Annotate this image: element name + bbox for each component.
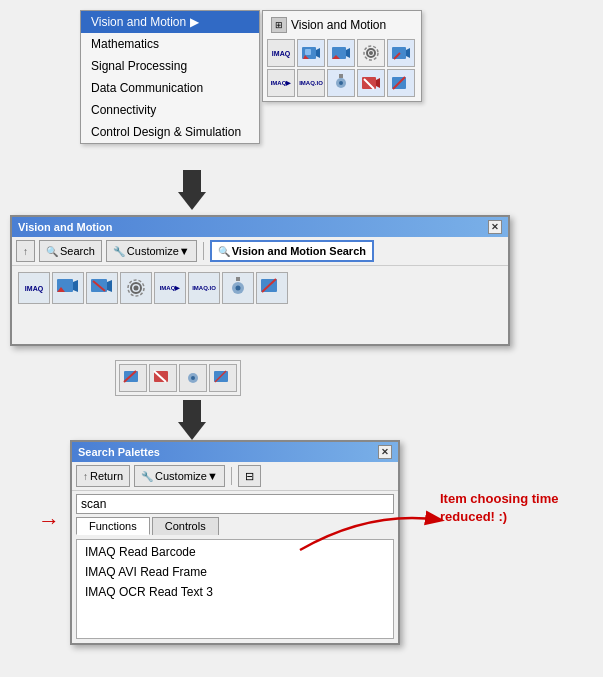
menu-dropdown: Vision and Motion Mathematics Signal Pro…	[80, 10, 260, 144]
svg-rect-2	[305, 49, 311, 55]
vm-window-title: Vision and Motion	[18, 221, 113, 233]
strip-icon-3[interactable]	[179, 364, 207, 392]
search-toolbar-separator	[231, 467, 232, 485]
tab-controls[interactable]: Controls	[152, 517, 219, 535]
tab-functions[interactable]: Functions	[76, 517, 150, 535]
svg-marker-11	[406, 48, 410, 58]
menu-item-mathematics[interactable]: Mathematics	[81, 33, 259, 55]
search-result-2[interactable]: IMAQ AVI Read Frame	[77, 562, 393, 582]
vision-icon-grid: IMAQ	[267, 39, 417, 97]
close-icon: ✕	[491, 222, 499, 232]
customize-label: Customize▼	[127, 245, 190, 257]
vm-icon-1[interactable]	[52, 272, 84, 304]
arrow-head-1	[178, 192, 206, 210]
return-icon: ↑	[83, 471, 88, 482]
icon-imaq-1[interactable]: IMAQ	[267, 39, 295, 67]
icon-cam-1[interactable]	[297, 39, 325, 67]
menu-item-control[interactable]: Control Design & Simulation	[81, 121, 259, 143]
vm-icon-imaq2[interactable]: IMAQ▶	[154, 272, 186, 304]
strip-icon-1[interactable]	[119, 364, 147, 392]
search-window-title: Search Palettes	[78, 446, 160, 458]
search-return-btn[interactable]: ↑ Return	[76, 465, 130, 487]
search-customize-icon: 🔧	[141, 471, 153, 482]
search-extra-icon: ⊟	[245, 470, 254, 483]
search-label: Search	[60, 245, 95, 257]
toolbar-search-btn[interactable]: 🔍 Search	[39, 240, 102, 262]
icon-imaq-2[interactable]: IMAQ▶	[267, 69, 295, 97]
search-result-1[interactable]: IMAQ Read Barcode	[77, 542, 393, 562]
search-window-close[interactable]: ✕	[378, 445, 392, 459]
svg-point-14	[339, 81, 343, 85]
toolbar-active-search-btn[interactable]: 🔍 Vision and Motion Search	[210, 240, 374, 262]
icon-cam-2[interactable]	[327, 39, 355, 67]
menu-item-connectivity[interactable]: Connectivity	[81, 99, 259, 121]
arrow-down-1	[178, 170, 206, 210]
up-icon: ↑	[23, 246, 28, 257]
vm-window-content: IMAQ	[12, 266, 508, 344]
svg-marker-1	[316, 48, 320, 58]
icon-cam-3[interactable]	[387, 39, 415, 67]
icon-imaq-3[interactable]: IMAQ.IO	[297, 69, 325, 97]
arrow-body-1	[183, 170, 201, 192]
top-section: Vision and Motion Mathematics Signal Pro…	[80, 10, 422, 144]
search-close-icon: ✕	[381, 447, 389, 457]
vm-window-close[interactable]: ✕	[488, 220, 502, 234]
svg-marker-22	[73, 280, 78, 292]
menu-item-data[interactable]: Data Communication	[81, 77, 259, 99]
svg-rect-15	[339, 74, 343, 78]
strip-icon-2[interactable]	[149, 364, 177, 392]
icon-cam-4[interactable]	[327, 69, 355, 97]
strip-icon-4[interactable]	[209, 364, 237, 392]
vm-icon-gear[interactable]	[120, 272, 152, 304]
active-search-icon: 🔍	[218, 246, 230, 257]
palette-strip	[115, 360, 241, 396]
search-input[interactable]	[76, 494, 394, 514]
return-label: Return	[90, 470, 123, 482]
toolbar-separator	[203, 242, 204, 260]
vm-icon-3[interactable]	[222, 272, 254, 304]
vm-icon-imaq[interactable]: IMAQ	[18, 272, 50, 304]
search-customize-btn[interactable]: 🔧 Customize▼	[134, 465, 225, 487]
vm-icon-2[interactable]	[86, 272, 118, 304]
annotation-text: Item choosing time reduced! :)	[440, 490, 558, 526]
search-result-3[interactable]: IMAQ OCR Read Text 3	[77, 582, 393, 602]
active-search-label: Vision and Motion Search	[232, 245, 366, 257]
svg-point-9	[369, 51, 373, 55]
search-customize-label: Customize▼	[155, 470, 218, 482]
svg-point-29	[134, 286, 139, 291]
vm-window-titlebar: Vision and Motion ✕	[12, 217, 508, 237]
vm-window-toolbar: ↑ 🔍 Search 🔧 Customize▼ 🔍 Vision and Mot…	[12, 237, 508, 266]
vm-icon-imaqio[interactable]: IMAQ.IO	[188, 272, 220, 304]
vm-icon-4[interactable]	[256, 272, 288, 304]
arrow-head-2	[178, 422, 206, 440]
svg-rect-32	[236, 277, 240, 281]
menu-item-signal[interactable]: Signal Processing	[81, 55, 259, 77]
icon-cam-5[interactable]	[357, 69, 385, 97]
vm-icon-grid: IMAQ	[18, 272, 502, 338]
arrow-down-2	[178, 400, 206, 440]
menu-item-vision[interactable]: Vision and Motion	[81, 11, 259, 33]
toolbar-customize-btn[interactable]: 🔧 Customize▼	[106, 240, 197, 262]
customize-icon: 🔧	[113, 246, 125, 257]
svg-marker-17	[376, 78, 380, 88]
red-arrow-annotation: →	[38, 508, 60, 534]
search-input-row	[72, 491, 398, 517]
svg-marker-5	[346, 48, 350, 58]
annotation-line1: Item choosing time	[440, 491, 558, 506]
search-window: Search Palettes ✕ ↑ Return 🔧 Customize▼ …	[70, 440, 400, 645]
submenu-title: ⊞ Vision and Motion	[267, 15, 417, 35]
toolbar-up-btn[interactable]: ↑	[16, 240, 35, 262]
search-toolbar: ↑ Return 🔧 Customize▼ ⊟	[72, 462, 398, 491]
arrow-body-2	[183, 400, 201, 422]
svg-point-31	[236, 286, 241, 291]
vm-window: Vision and Motion ✕ ↑ 🔍 Search 🔧 Customi…	[10, 215, 510, 346]
search-results-list: IMAQ Read Barcode IMAQ AVI Read Frame IM…	[76, 539, 394, 639]
annotation-line2: reduced! :)	[440, 509, 507, 524]
tabs-row: Functions Controls	[72, 517, 398, 535]
vision-submenu: ⊞ Vision and Motion IMAQ	[262, 10, 422, 102]
icon-gear-1[interactable]	[357, 39, 385, 67]
svg-point-40	[191, 376, 195, 380]
search-extra-btn[interactable]: ⊟	[238, 465, 261, 487]
submenu-title-icon: ⊞	[271, 17, 287, 33]
icon-cam-6[interactable]	[387, 69, 415, 97]
